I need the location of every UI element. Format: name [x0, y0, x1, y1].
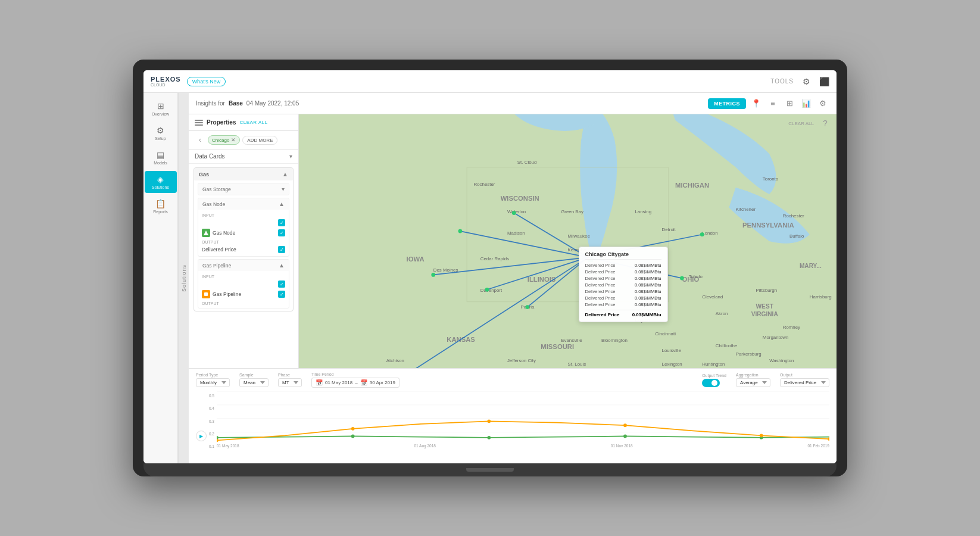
gas-node-title: Gas Node	[202, 201, 225, 207]
tooltip-val-7: 0.08$/MMBtu	[635, 302, 661, 307]
output-select[interactable]: Delivered Price	[780, 378, 829, 387]
chart-icon[interactable]: 📊	[800, 97, 813, 110]
export-icon[interactable]: ⬛	[819, 76, 829, 87]
table-icon[interactable]: ⊞	[783, 97, 796, 110]
svg-text:Green Bay: Green Bay	[561, 209, 583, 214]
settings-icon[interactable]: ⚙	[801, 76, 812, 87]
gas-node-input-checkbox[interactable]	[278, 219, 285, 226]
map-help-icon[interactable]: ?	[819, 117, 832, 130]
svg-text:Des Moines: Des Moines	[433, 267, 458, 273]
sample-select[interactable]: Mean	[239, 378, 269, 387]
insights-info: Insights for Base 04 May 2022, 12:05	[196, 100, 299, 107]
svg-text:Milwaukee: Milwaukee	[568, 233, 591, 239]
map-panel: Properties CLEAR ALL ‹ Chicago ✕ ADD MOR…	[189, 114, 837, 368]
filter-tag-label: Chicago	[212, 138, 229, 143]
map-container[interactable]: WISCONSIN MICHIGAN IOWA ILLINOIS OHIO PE…	[299, 114, 837, 368]
data-cards-chevron[interactable]: ▾	[289, 153, 292, 160]
reports-icon: 📋	[155, 199, 166, 208]
gas-storage-header[interactable]: Gas Storage ▾	[198, 183, 289, 195]
map-clear-all[interactable]: CLEAR ALL	[788, 121, 814, 126]
delivered-price-checkbox[interactable]	[278, 246, 285, 253]
period-type-select[interactable]: Monthly	[196, 378, 230, 387]
tooltip-row-4: Delivered Price 0.08$/MMBtu	[585, 282, 661, 288]
svg-point-65	[512, 211, 516, 215]
map-top-controls: CLEAR ALL ?	[788, 117, 832, 130]
gas-node-content: INPUT	[198, 210, 289, 256]
date-range[interactable]: 📅 01 May 2018 – 📅 30 Apr 2019	[311, 378, 400, 388]
tooltip-row-6: Delivered Price 0.08$/MMBtu	[585, 295, 661, 301]
gas-node-chevron: ▲	[279, 201, 285, 207]
models-icon: ▤	[157, 150, 164, 160]
phase-select[interactable]: MT	[278, 378, 302, 387]
gas-title: Gas	[199, 172, 209, 177]
svg-text:Evansville: Evansville	[561, 338, 582, 343]
controls-top: Period Type Monthly Sample Mean	[196, 372, 829, 388]
svg-text:Akron: Akron	[716, 311, 728, 316]
gas-node-item-row: Gas Node	[202, 228, 285, 238]
x-label-4: 01 Feb 2019	[807, 444, 829, 448]
output-trend-group: Output Trend	[702, 373, 726, 387]
gas-node-header[interactable]: Gas Node ▲	[198, 198, 289, 210]
content-area: Insights for Base 04 May 2022, 12:05 MET…	[189, 93, 837, 463]
tooltip-val-5: 0.08$/MMBtu	[635, 289, 661, 294]
gas-pipeline-header[interactable]: Gas Pipeline ▲	[198, 260, 289, 271]
sidebar-item-models[interactable]: ▤ Models	[145, 147, 177, 169]
sidebar-item-solutions[interactable]: ◈ Solutions	[145, 171, 177, 193]
pipeline-item-left: Gas Pipeline	[202, 290, 241, 298]
logo-text: PLEXOS	[151, 76, 181, 83]
svg-text:Rochester: Rochester	[473, 182, 495, 187]
aggregation-select[interactable]: Average	[736, 378, 770, 387]
svg-point-86	[623, 423, 627, 427]
filter-back-btn[interactable]: ‹	[195, 135, 205, 145]
pipeline-input-checkbox[interactable]	[278, 281, 285, 288]
delivered-price-row: Delivered Price	[202, 245, 285, 254]
solutions-vertical-label: Solutions	[178, 93, 189, 463]
svg-text:MARY...: MARY...	[800, 263, 822, 269]
insights-model: Base	[229, 100, 243, 107]
gas-storage-title: Gas Storage	[202, 186, 231, 192]
sidebar-label-overview: Overview	[152, 112, 169, 116]
svg-text:WISCONSIN: WISCONSIN	[501, 195, 539, 202]
metrics-button[interactable]: METRICS	[708, 98, 746, 109]
aggregation-group: Aggregation Average	[736, 373, 770, 387]
svg-text:IOWA: IOWA	[407, 255, 425, 263]
filter-remove-btn[interactable]: ✕	[231, 137, 236, 143]
tooltip-row-3: Delivered Price 0.08$/MMBtu	[585, 275, 661, 282]
sample-group: Sample Mean	[239, 373, 269, 387]
svg-text:ILLINOIS: ILLINOIS	[528, 276, 556, 283]
output-trend-toggle[interactable]	[702, 379, 720, 387]
whats-new-button[interactable]: What's New	[187, 77, 226, 86]
sidebar-item-overview[interactable]: ⊞ Overview	[145, 98, 177, 120]
svg-text:MICHIGAN: MICHIGAN	[675, 182, 709, 189]
settings2-icon[interactable]: ⚙	[816, 97, 829, 110]
svg-text:WEST: WEST	[756, 303, 774, 310]
pipeline-item-checkbox[interactable]	[278, 291, 285, 298]
properties-clear-all[interactable]: CLEAR ALL	[239, 120, 267, 125]
setup-icon: ⚙	[157, 126, 164, 135]
menu-icon[interactable]	[195, 120, 203, 126]
gas-header[interactable]: Gas ▲	[194, 168, 293, 180]
sidebar-item-setup[interactable]: ⚙ Setup	[145, 122, 177, 144]
chart-svg	[217, 391, 829, 445]
gas-node-subsection: Gas Node ▲ INPUT	[198, 198, 289, 257]
time-period-label: Time Period	[311, 372, 400, 376]
tooltip-label-4: Delivered Price	[585, 282, 616, 288]
list-icon[interactable]: ≡	[766, 97, 779, 110]
tooltip-row-5: Delivered Price 0.08$/MMBtu	[585, 288, 661, 295]
tooltip-val-1: 0.08$/MMBtu	[635, 263, 661, 268]
x-label-1: 01 May 2018	[217, 444, 239, 448]
calendar-icon-from: 📅	[316, 379, 323, 386]
sidebar-item-reports[interactable]: 📋 Reports	[145, 195, 177, 217]
add-more-button[interactable]: ADD MORE	[242, 136, 277, 145]
gas-node-item-label: Gas Node	[213, 230, 235, 236]
x-label-2: 01 Aug 2018	[414, 444, 436, 448]
data-cards-section: Data Cards ▾	[189, 149, 298, 164]
tooltip-row-7: Delivered Price 0.08$/MMBtu	[585, 301, 661, 308]
plexos-logo: PLEXOS CLOUD	[151, 76, 181, 87]
svg-text:Toronto: Toronto	[763, 176, 779, 182]
svg-text:Lexington: Lexington	[662, 362, 682, 367]
gas-node-item-checkbox[interactable]	[278, 229, 285, 236]
insights-datetime: 04 May 2022, 12:05	[246, 100, 299, 107]
pipeline-item-row: Gas Pipeline	[202, 289, 285, 300]
location-icon[interactable]: 📍	[750, 97, 763, 110]
